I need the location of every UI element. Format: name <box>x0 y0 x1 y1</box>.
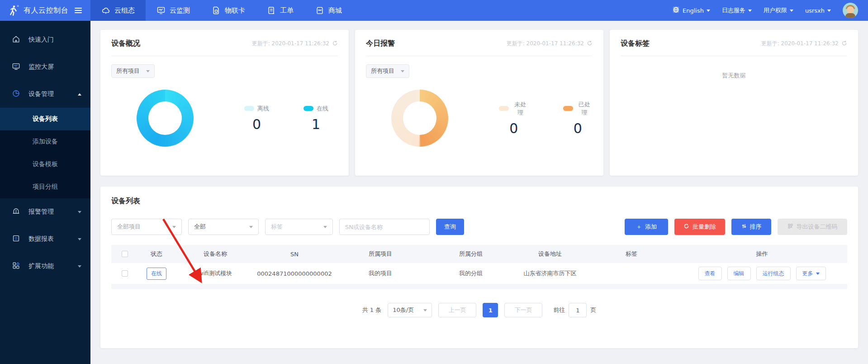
goto-label: 前往 <box>553 306 565 314</box>
globe-icon <box>672 6 680 15</box>
big-screen-icon <box>12 62 20 72</box>
header-tag: 标签 <box>586 250 677 258</box>
filter-row: 全部项目 全部 标签 查询 ＋添加 <box>111 219 847 235</box>
hamburger-icon[interactable] <box>75 8 82 13</box>
tag-filter-dropdown[interactable]: 标签 <box>265 219 333 235</box>
search-input[interactable] <box>339 219 430 235</box>
account-menu[interactable]: usrsxh <box>805 7 831 14</box>
project-cell: 我的项目 <box>333 269 428 278</box>
chevron-down-icon <box>249 226 253 230</box>
goto-page-input[interactable] <box>569 303 587 317</box>
sn-cell: 00024871000000000002 <box>256 270 333 277</box>
sidebar-item-device-management[interactable]: 设备管理 <box>0 81 90 108</box>
usr-cloud-console: ® 有人云控制台 云组态 云监测 物联卡 工单 <box>0 0 868 364</box>
refresh-icon[interactable] <box>332 40 338 48</box>
sim-card-icon <box>212 6 221 15</box>
more-button[interactable]: 更多 <box>796 267 826 280</box>
sidebar-item-project-group[interactable]: 项目分组 <box>0 176 90 198</box>
chevron-down-icon <box>401 70 404 74</box>
row-checkbox[interactable] <box>122 270 128 277</box>
card-title: 今日报警 <box>366 39 395 48</box>
chevron-down-icon <box>146 70 150 74</box>
project-filter-dropdown[interactable]: 全部项目 <box>111 219 182 235</box>
brand-title: 有人云控制台 <box>24 6 68 15</box>
next-page-button[interactable]: 下一页 <box>504 303 542 317</box>
tab-work-order[interactable]: 工单 <box>256 0 304 21</box>
header-device-name: 设备名称 <box>175 250 256 258</box>
store-icon <box>315 6 324 15</box>
chevron-down-icon <box>790 10 793 14</box>
sidebar-item-extensions[interactable]: 扩展功能 <box>0 253 90 280</box>
edit-button[interactable]: 编辑 <box>727 267 751 280</box>
tab-cloud-monitor[interactable]: 云监测 <box>146 0 201 21</box>
goto-suffix: 页 <box>590 306 596 314</box>
sidebar-item-alarm-management[interactable]: 报警管理 <box>0 198 90 225</box>
processed-count: 0 <box>563 120 593 136</box>
project-filter-select[interactable]: 所有项目 <box>111 64 155 78</box>
header-project: 所属项目 <box>333 250 428 258</box>
online-count: 1 <box>304 116 328 132</box>
sidebar-item-monitor-screen[interactable]: 监控大屏 <box>0 53 90 81</box>
qr-icon <box>787 223 793 230</box>
sidebar-item-device-list[interactable]: 设备列表 <box>0 108 90 130</box>
pagination: 共 1 条 10条/页 上一页 1 下一页 前往 页 <box>111 303 847 317</box>
chevron-down-icon <box>827 10 831 14</box>
total-count: 共 1 条 <box>362 306 382 314</box>
cloud-icon <box>101 6 110 15</box>
view-button[interactable]: 查看 <box>698 267 722 280</box>
header-address: 设备地址 <box>514 250 586 258</box>
section-title: 设备列表 <box>111 196 847 206</box>
page-1-button[interactable]: 1 <box>483 303 498 317</box>
nav-right: English 日志服务 用户权限 usrsxh <box>672 0 868 21</box>
sidebar-item-data-report[interactable]: 数据报表 <box>0 225 90 253</box>
tab-mall[interactable]: 商城 <box>304 0 353 21</box>
status-filter-dropdown[interactable]: 全部 <box>188 219 259 235</box>
legend-swatch <box>499 106 509 111</box>
status-badge: 在线 <box>147 268 166 280</box>
refresh-icon[interactable] <box>587 40 593 48</box>
brand-area[interactable]: ® 有人云控制台 <box>0 0 90 21</box>
plus-icon: ＋ <box>636 223 642 231</box>
pie-chart-icon <box>12 89 20 99</box>
export-qr-button[interactable]: 导出设备二维码 <box>778 219 847 235</box>
chevron-down-icon <box>78 211 81 215</box>
sort-button[interactable]: 排序 <box>731 219 771 235</box>
refresh-icon[interactable] <box>841 40 847 48</box>
tab-cloud-scada[interactable]: 云组态 <box>90 0 146 21</box>
chevron-down-icon <box>748 10 752 14</box>
updated-timestamp: 更新于: 2020-01-17 11:26:32 <box>507 40 593 48</box>
sidebar-item-add-device[interactable]: 添加设备 <box>0 130 90 153</box>
card-title: 设备概况 <box>111 39 140 48</box>
header-status: 状态 <box>138 250 175 258</box>
sort-icon <box>741 223 747 230</box>
avatar[interactable] <box>843 3 858 18</box>
header-sn: SN <box>256 251 333 258</box>
top-nav: ® 有人云控制台 云组态 云监测 物联卡 工单 <box>0 0 868 21</box>
prev-page-button[interactable]: 上一页 <box>438 303 476 317</box>
language-switcher[interactable]: English <box>672 6 710 15</box>
batch-delete-button[interactable]: 批量删除 <box>674 219 725 235</box>
select-all-checkbox[interactable] <box>122 251 128 257</box>
tab-iot-sim[interactable]: 物联卡 <box>201 0 256 21</box>
add-device-button[interactable]: ＋添加 <box>625 219 668 235</box>
chevron-down-icon <box>816 273 820 277</box>
today-alarms-card: 今日报警 更新于: 2020-01-17 11:26:32 所有项目 <box>355 30 603 176</box>
project-filter-select[interactable]: 所有项目 <box>366 64 409 78</box>
empty-data-text: 暂无数据 <box>621 72 847 80</box>
logo-icon: ® <box>7 5 19 16</box>
home-icon <box>12 35 20 45</box>
sidebar: 快速入门 监控大屏 设备管理 设备列表 添加设备 设备模板 项目分组 报警管理 <box>0 21 90 364</box>
table-header-row: 状态 设备名称 SN 所属项目 所属分组 设备地址 标签 操作 <box>111 245 847 263</box>
work-order-icon <box>267 6 276 15</box>
legend-processed: 已处理 0 <box>563 101 593 136</box>
sidebar-item-device-template[interactable]: 设备模板 <box>0 153 90 176</box>
device-name-cell: wifi测试模块 <box>175 269 256 278</box>
sidebar-item-quick-start[interactable]: 快速入门 <box>0 26 90 53</box>
log-service-menu[interactable]: 日志服务 <box>722 6 752 14</box>
alarm-bell-icon <box>12 207 20 217</box>
page-size-select[interactable]: 10条/页 <box>388 303 432 317</box>
query-button[interactable]: 查询 <box>436 219 464 235</box>
device-list-section: 设备列表 全部项目 全部 标签 查询 <box>100 187 858 348</box>
user-rights-menu[interactable]: 用户权限 <box>764 6 793 14</box>
run-scada-button[interactable]: 运行组态 <box>756 267 791 280</box>
